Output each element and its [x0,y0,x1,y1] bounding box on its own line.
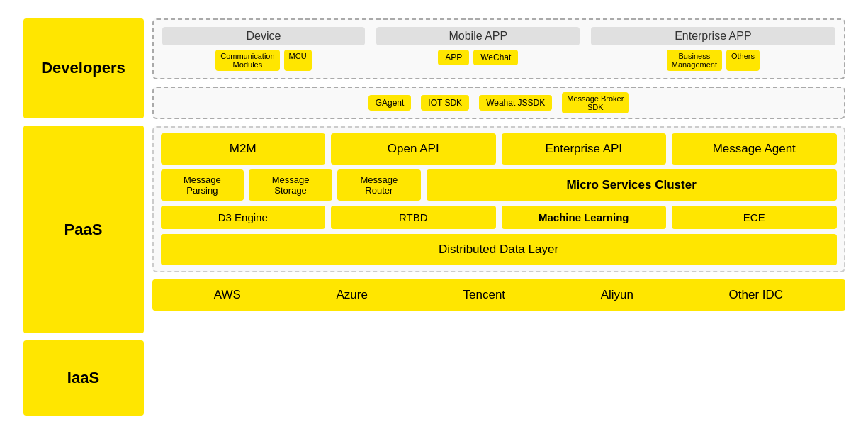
device-title: Device [162,27,366,45]
block-m2m: M2M [161,133,326,165]
iaas-azure: Azure [337,288,368,302]
app-groups-row: Device CommunicationModules MCU Mobile A… [162,27,835,71]
enterprise-chips: BusinessManagement Others [667,50,760,71]
mobile-chips: APP WeChat [438,50,518,65]
message-blocks: MessageParsing MessageStorage MessageRou… [161,169,421,201]
block-distributed-data: Distributed Data Layer [161,234,837,265]
block-message-agent: Message Agent [672,133,837,165]
mobile-group: Mobile APP APP WeChat [376,27,580,65]
iaas-tencent: Tencent [463,288,506,302]
paas-label: PaaS [23,126,144,333]
iaas-aliyun: Aliyun [601,288,633,302]
block-msg-parsing: MessageParsing [161,169,244,201]
mobile-title: Mobile APP [376,27,580,45]
chip-wechat: WeChat [473,50,518,65]
enterprise-title: Enterprise APP [591,27,835,45]
sdk-message-broker: Message BrokerSDK [562,92,629,113]
block-machine-learning: Machine Learning [502,206,667,229]
block-micro-services: Micro Services Cluster [427,169,837,201]
chip-others: Others [726,50,760,71]
iaas-label: IaaS [23,340,144,416]
block-enterprise-api: Enterprise API [502,133,667,165]
block-ece: ECE [672,206,837,229]
paas-row1: M2M Open API Enterprise API Message Agen… [161,133,837,165]
architecture-diagram: Developers PaaS IaaS Device Communicatio… [16,11,852,423]
right-column: Device CommunicationModules MCU Mobile A… [152,18,845,416]
paas-row2: MessageParsing MessageStorage MessageRou… [161,169,837,201]
sdk-gagent: GAgent [368,95,412,111]
iaas-other-idc: Other IDC [729,288,784,302]
chip-business-mgmt: BusinessManagement [667,50,722,71]
sdk-iot: IOT SDK [421,95,469,111]
top-section: Device CommunicationModules MCU Mobile A… [152,18,845,79]
iaas-aws: AWS [214,288,241,302]
paas-row4: Distributed Data Layer [161,234,837,265]
block-msg-storage: MessageStorage [249,169,332,201]
enterprise-group: Enterprise APP BusinessManagement Others [591,27,835,71]
block-rtbd: RTBD [331,206,496,229]
chip-app: APP [438,50,469,65]
block-open-api: Open API [331,133,496,165]
block-d3-engine: D3 Engine [161,206,326,229]
sdk-wechat-jssdk: Weahat JSSDK [479,95,552,111]
left-column: Developers PaaS IaaS [23,18,144,416]
chip-comm-modules: CommunicationModules [215,50,279,71]
chip-mcu: MCU [284,50,312,71]
developers-label: Developers [23,18,144,118]
iaas-section: AWS Azure Tencent Aliyun Other IDC [152,279,845,311]
paas-section: M2M Open API Enterprise API Message Agen… [152,126,845,272]
block-msg-router: MessageRouter [337,169,421,201]
device-chips: CommunicationModules MCU [215,50,311,71]
paas-row3: D3 Engine RTBD Machine Learning ECE [161,206,837,229]
device-group: Device CommunicationModules MCU [162,27,366,71]
sdk-row: GAgent IOT SDK Weahat JSSDK Message Brok… [152,87,845,119]
